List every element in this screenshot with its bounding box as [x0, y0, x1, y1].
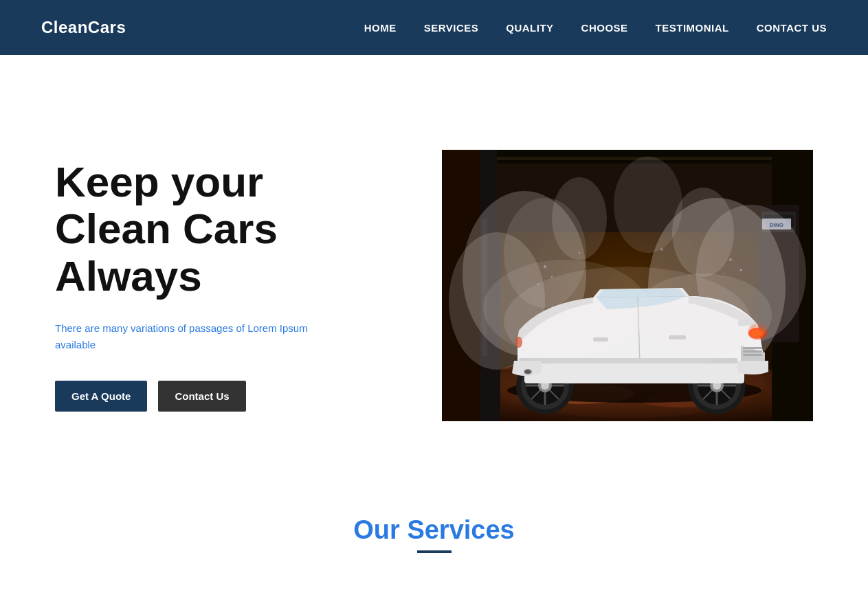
hero-image: DINO	[442, 150, 813, 421]
svg-point-66	[729, 258, 732, 261]
svg-point-70	[660, 248, 663, 251]
svg-point-68	[723, 273, 724, 274]
nav-quality[interactable]: QUALITY	[506, 22, 553, 34]
svg-point-24	[552, 177, 607, 260]
services-section: Our Services	[0, 502, 868, 593]
site-header: CleanCars HOME SERVICES QUALITY CHOOSE T…	[0, 0, 868, 55]
svg-point-64	[551, 276, 553, 278]
svg-point-62	[634, 273, 772, 356]
hero-title: Keep your Clean Cars Always	[55, 159, 399, 300]
hero-section: Keep your Clean Cars Always There are ma…	[0, 55, 868, 502]
nav-home[interactable]: HOME	[364, 22, 397, 34]
nav-testimonial[interactable]: TESTIMONIAL	[656, 22, 729, 34]
svg-point-63	[544, 265, 546, 268]
svg-point-59	[525, 370, 531, 373]
nav-contact-us[interactable]: CONTACT US	[757, 22, 827, 34]
svg-rect-56	[743, 350, 762, 353]
nav-services[interactable]: SERVICES	[424, 22, 479, 34]
svg-point-65	[537, 283, 539, 284]
hero-content: Keep your Clean Cars Always There are ma…	[55, 159, 399, 412]
car-wash-illustration: DINO	[442, 150, 813, 421]
main-nav: HOME SERVICES QUALITY CHOOSE TESTIMONIAL…	[364, 22, 827, 34]
svg-point-67	[740, 269, 742, 271]
hero-buttons: Get A Quote Contact Us	[55, 381, 399, 412]
svg-rect-57	[743, 354, 762, 356]
svg-point-69	[579, 251, 581, 254]
svg-rect-13	[497, 157, 772, 160]
nav-choose[interactable]: CHOOSE	[581, 22, 628, 34]
svg-point-25	[614, 157, 682, 253]
services-title: Our Services	[55, 515, 813, 545]
svg-point-61	[483, 260, 648, 356]
get-quote-button[interactable]: Get A Quote	[55, 381, 147, 412]
services-underline	[417, 550, 452, 553]
svg-rect-55	[743, 347, 762, 349]
contact-us-button[interactable]: Contact Us	[158, 381, 245, 412]
site-logo: CleanCars	[41, 18, 126, 37]
hero-subtitle: There are many variations of passages of…	[55, 320, 344, 353]
svg-point-26	[672, 188, 734, 277]
